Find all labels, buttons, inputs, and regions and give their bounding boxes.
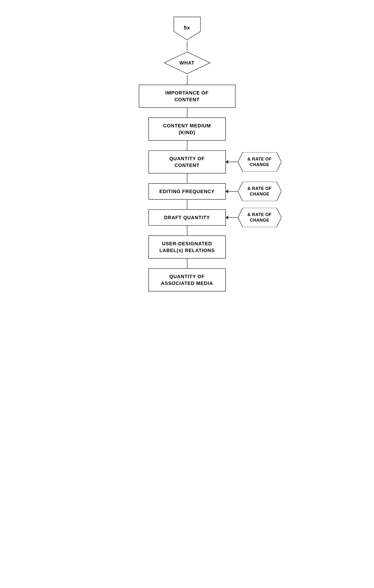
pentagon-shape: 5x: [171, 14, 203, 41]
quantity-content-row: QUANTITY OFCONTENT & RATE OFCHANGE: [78, 150, 296, 174]
flowchart: 5x WHAT IMPORTANCE OFCONTENT CONTENT MED…: [78, 14, 296, 292]
quantity-content-box: QUANTITY OFCONTENT: [149, 150, 226, 174]
arrow-left-3: [225, 216, 228, 220]
connector-side-3: [228, 217, 238, 218]
connector-side-2: [228, 191, 238, 192]
editing-frequency-row: EDITING FREQUENCY & RATE OFCHANGE: [78, 183, 296, 200]
rate-of-change-1-label: & RATE OFCHANGE: [247, 156, 271, 168]
draft-quantity-label: DRAFT QUANTITY: [164, 215, 210, 220]
quantity-associated-label: QUANTITY OFASSOCIATED MEDIA: [161, 274, 213, 286]
content-medium-label: CONTENT MEDIUM(KIND): [163, 123, 211, 135]
arrow-left-2: [225, 189, 228, 193]
connector-2: [187, 75, 187, 84]
connector-side-1: [228, 162, 238, 162]
editing-frequency-box: EDITING FREQUENCY: [149, 183, 226, 200]
rate-of-change-1: & RATE OFCHANGE: [238, 152, 281, 172]
connector-6: [187, 200, 187, 209]
connector-4: [187, 141, 187, 150]
connector-1: [187, 41, 187, 51]
quantity-associated-box: QUANTITY OFASSOCIATED MEDIA: [149, 268, 226, 292]
rate-of-change-3: & RATE OFCHANGE: [238, 208, 281, 227]
connector-5: [187, 174, 187, 183]
content-medium-box: CONTENT MEDIUM(KIND): [149, 117, 226, 141]
quantity-content-side: & RATE OFCHANGE: [225, 152, 281, 172]
rate-of-change-2: & RATE OFCHANGE: [238, 182, 281, 201]
editing-frequency-side: & RATE OFCHANGE: [225, 182, 281, 201]
user-designated-box: USER-DESIGNATEDLABEL(s) RELATIONS: [149, 235, 226, 259]
pentagon-label: 5x: [184, 25, 190, 31]
diamond-shape: WHAT: [163, 51, 211, 75]
rate-of-change-3-label: & RATE OFCHANGE: [247, 212, 271, 223]
connector-7: [187, 226, 187, 235]
draft-quantity-box: DRAFT QUANTITY: [149, 209, 226, 226]
connector-8: [187, 259, 187, 268]
connector-3: [187, 108, 187, 117]
draft-quantity-side: & RATE OFCHANGE: [225, 208, 281, 227]
user-designated-label: USER-DESIGNATEDLABEL(s) RELATIONS: [159, 241, 215, 253]
arrow-left-1: [225, 160, 228, 164]
importance-box: IMPORTANCE OFCONTENT: [139, 84, 235, 108]
importance-label: IMPORTANCE OFCONTENT: [165, 90, 209, 102]
diamond-label: WHAT: [179, 60, 195, 66]
quantity-content-label: QUANTITY OFCONTENT: [169, 156, 204, 168]
draft-quantity-row: DRAFT QUANTITY & RATE OFCHANGE: [78, 209, 296, 226]
rate-of-change-2-label: & RATE OFCHANGE: [247, 186, 271, 197]
editing-frequency-label: EDITING FREQUENCY: [159, 189, 215, 194]
